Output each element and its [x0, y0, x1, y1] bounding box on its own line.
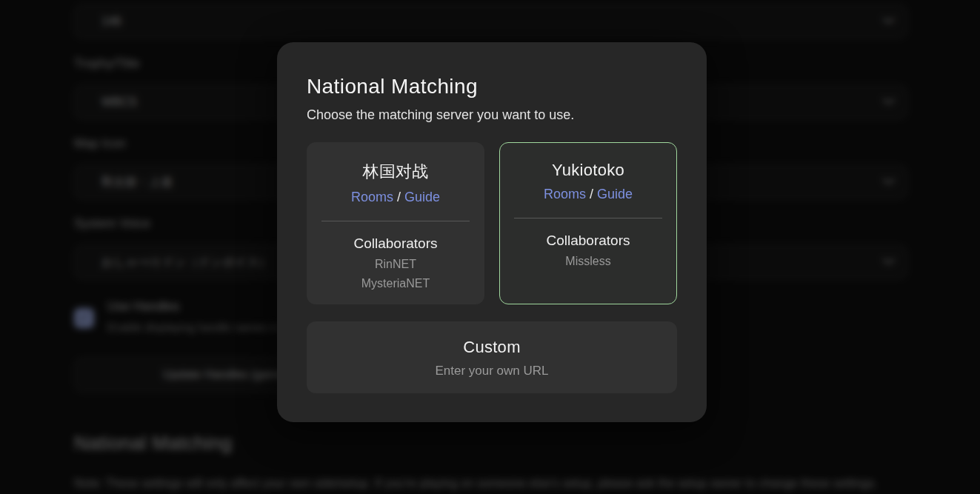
- card-divider: [321, 221, 470, 221]
- page: 146 ❯ Trophy/Title WBCS ❯ Map Icon 和太鼓・上…: [0, 0, 980, 494]
- collaborators-label: Collaborators: [500, 233, 676, 249]
- server-cards-row: 林国对战 Rooms / Guide Collaborators RinNET …: [307, 142, 677, 304]
- rooms-link[interactable]: Rooms: [351, 190, 393, 204]
- server-card-linguo[interactable]: 林国对战 Rooms / Guide Collaborators RinNET …: [307, 142, 484, 304]
- custom-card-subtitle: Enter your own URL: [307, 364, 677, 378]
- rooms-link[interactable]: Rooms: [544, 187, 586, 201]
- collaborator-name: Missless: [500, 255, 676, 268]
- server-name: 林国对战: [307, 161, 484, 183]
- server-links: Rooms / Guide: [500, 187, 676, 202]
- link-separator: /: [590, 187, 593, 201]
- custom-server-card[interactable]: Custom Enter your own URL: [307, 321, 677, 393]
- modal-subtitle: Choose the matching server you want to u…: [307, 107, 677, 123]
- custom-card-title: Custom: [307, 321, 677, 357]
- link-separator: /: [397, 190, 401, 204]
- collaborators-label: Collaborators: [307, 236, 484, 252]
- collaborator-name: MysteriaNET: [307, 277, 484, 290]
- guide-link[interactable]: Guide: [404, 190, 440, 204]
- card-divider: [514, 218, 662, 218]
- guide-link[interactable]: Guide: [597, 187, 633, 201]
- national-matching-modal: National Matching Choose the matching se…: [277, 42, 707, 422]
- server-name: Yukiotoko: [500, 161, 676, 180]
- server-links: Rooms / Guide: [307, 190, 484, 205]
- server-card-yukiotoko[interactable]: Yukiotoko Rooms / Guide Collaborators Mi…: [499, 142, 677, 304]
- collaborator-name: RinNET: [307, 258, 484, 271]
- modal-title: National Matching: [307, 75, 677, 99]
